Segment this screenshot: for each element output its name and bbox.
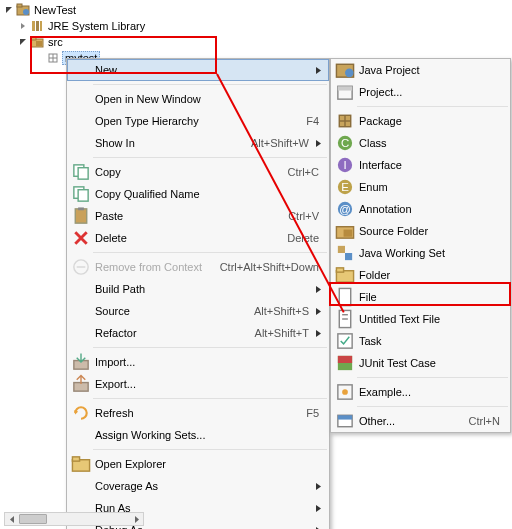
scroll-thumb[interactable] <box>19 514 47 524</box>
svg-rect-4 <box>36 21 39 31</box>
svg-rect-1 <box>17 4 22 7</box>
menu-separator <box>93 252 327 253</box>
submenu-item-file[interactable]: File <box>331 286 510 308</box>
svg-text:@: @ <box>339 203 351 215</box>
submenu-arrow-icon <box>315 480 325 492</box>
svg-rect-42 <box>345 253 352 260</box>
svg-rect-51 <box>338 356 352 363</box>
menu-item-delete[interactable]: DeleteDelete <box>67 227 329 249</box>
java-project-icon <box>16 3 30 17</box>
submenu-item-task[interactable]: Task <box>331 330 510 352</box>
scroll-right-button[interactable] <box>129 513 143 525</box>
submenu-arrow-icon <box>315 502 325 514</box>
submenu-item-enum[interactable]: EEnum <box>331 176 510 198</box>
menu-item-copy[interactable]: CopyCtrl+C <box>67 161 329 183</box>
junit-icon <box>335 355 355 371</box>
svg-rect-3 <box>32 21 35 31</box>
menu-separator <box>93 84 327 85</box>
submenu-arrow-icon <box>315 137 325 149</box>
submenu-item-other[interactable]: Other...Ctrl+N <box>331 410 510 432</box>
svg-text:I: I <box>343 159 346 171</box>
menu-item-open-type-hierarchy[interactable]: Open Type HierarchyF4 <box>67 110 329 132</box>
menu-item-import[interactable]: Import... <box>67 351 329 373</box>
svg-rect-40 <box>344 230 353 237</box>
tree-node-src[interactable]: src <box>4 34 147 50</box>
menu-item-build-path[interactable]: Build Path <box>67 278 329 300</box>
svg-text:C: C <box>341 137 349 149</box>
menu-item-refactor[interactable]: RefactorAlt+Shift+T <box>67 322 329 344</box>
tree-node-jre[interactable]: JRE System Library <box>4 18 147 34</box>
menu-separator <box>93 157 327 158</box>
submenu-item-folder[interactable]: Folder <box>331 264 510 286</box>
menu-item-refresh[interactable]: RefreshF5 <box>67 402 329 424</box>
menu-item-coverage-as[interactable]: Coverage As <box>67 475 329 497</box>
folder-icon <box>335 267 355 283</box>
project-icon <box>335 84 355 100</box>
svg-point-53 <box>342 389 348 395</box>
svg-rect-13 <box>78 168 88 179</box>
scroll-left-button[interactable] <box>5 513 19 525</box>
submenu-item-junit[interactable]: JUnit Test Case <box>331 352 510 374</box>
scroll-track[interactable] <box>19 513 129 525</box>
wizard-icon <box>335 413 355 429</box>
svg-rect-27 <box>338 86 352 90</box>
submenu-item-java-project[interactable]: Java Project <box>331 59 510 81</box>
annotation-icon: @ <box>335 201 355 217</box>
collapse-arrow-icon[interactable] <box>18 21 28 31</box>
tree-label: src <box>46 36 65 48</box>
submenu-item-untitled-text[interactable]: Untitled Text File <box>331 308 510 330</box>
working-set-icon <box>335 245 355 261</box>
expand-arrow-icon[interactable] <box>18 37 28 47</box>
submenu-item-class[interactable]: CClass <box>331 132 510 154</box>
copy-icon <box>71 164 91 180</box>
submenu-item-project[interactable]: Project... <box>331 81 510 103</box>
submenu-arrow-icon <box>315 64 325 76</box>
menu-item-export[interactable]: Export... <box>67 373 329 395</box>
submenu-item-java-working-set[interactable]: Java Working Set <box>331 242 510 264</box>
expand-arrow-icon[interactable] <box>4 5 14 15</box>
svg-rect-7 <box>31 37 36 40</box>
source-folder-icon <box>30 35 44 49</box>
menu-separator <box>357 377 508 378</box>
package-explorer-tree: NewTest JRE System Library src mytest <box>4 2 147 66</box>
menu-separator <box>357 406 508 407</box>
menu-item-assign-working-sets[interactable]: Assign Working Sets... <box>67 424 329 446</box>
folder-icon <box>71 456 91 472</box>
svg-rect-44 <box>336 268 343 272</box>
paste-icon <box>71 208 91 224</box>
menu-item-show-in[interactable]: Show InAlt+Shift+W <box>67 132 329 154</box>
svg-rect-55 <box>338 415 352 419</box>
menu-item-copy-qualified[interactable]: Copy Qualified Name <box>67 183 329 205</box>
tree-node-project[interactable]: NewTest <box>4 2 147 18</box>
svg-rect-17 <box>78 207 84 210</box>
menu-item-paste[interactable]: PasteCtrl+V <box>67 205 329 227</box>
package-icon <box>335 113 355 129</box>
submenu-item-interface[interactable]: IInterface <box>331 154 510 176</box>
submenu-item-package[interactable]: Package <box>331 110 510 132</box>
example-icon <box>335 384 355 400</box>
remove-context-icon <box>71 259 91 275</box>
submenu-item-source-folder[interactable]: Source Folder <box>331 220 510 242</box>
menu-separator <box>93 449 327 450</box>
source-folder-icon <box>335 223 355 239</box>
menu-item-open-explorer[interactable]: Open Explorer <box>67 453 329 475</box>
submenu-item-annotation[interactable]: @Annotation <box>331 198 510 220</box>
task-icon <box>335 333 355 349</box>
copy-qualified-icon <box>71 186 91 202</box>
svg-text:E: E <box>341 181 349 193</box>
new-submenu: Java Project Project... Package CClass I… <box>330 58 511 433</box>
submenu-arrow-icon <box>315 305 325 317</box>
enum-icon: E <box>335 179 355 195</box>
menu-item-source[interactable]: SourceAlt+Shift+S <box>67 300 329 322</box>
interface-icon: I <box>335 157 355 173</box>
tree-label: JRE System Library <box>46 20 147 32</box>
horizontal-scrollbar[interactable] <box>4 512 144 526</box>
menu-item-new[interactable]: New <box>67 59 329 81</box>
menu-separator <box>93 398 327 399</box>
submenu-item-example[interactable]: Example... <box>331 381 510 403</box>
menu-item-open-new-window[interactable]: Open in New Window <box>67 88 329 110</box>
context-menu: New Open in New Window Open Type Hierarc… <box>66 58 330 529</box>
menu-separator <box>93 347 327 348</box>
submenu-arrow-icon <box>315 327 325 339</box>
library-icon <box>30 19 44 33</box>
